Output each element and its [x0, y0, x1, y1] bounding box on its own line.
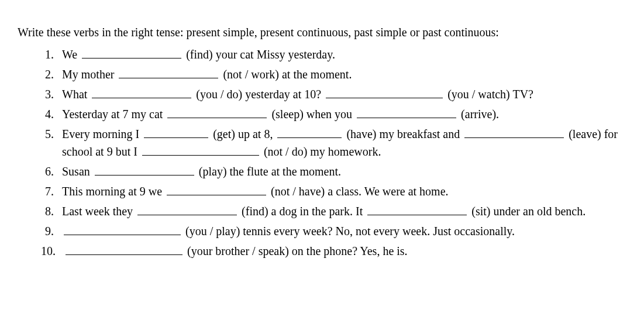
- item-text: Yesterday at 7 my cat: [62, 108, 166, 121]
- item-text: (you / watch) TV?: [445, 88, 533, 101]
- item-number: 4.: [41, 105, 62, 123]
- fill-blank[interactable]: [142, 144, 259, 156]
- exercise-item: 9. (you / play) tennis every week? No, n…: [41, 222, 626, 240]
- item-text: (you / do) yesterday at 10?: [193, 88, 324, 101]
- exercise-item: 5.Every morning I (get) up at 8, (have) …: [41, 125, 626, 160]
- item-content: Every morning I (get) up at 8, (have) my…: [62, 125, 626, 160]
- item-text: Susan: [62, 165, 93, 178]
- item-content: My mother (not / work) at the moment.: [62, 66, 626, 83]
- item-number: 5.: [41, 125, 62, 160]
- item-text: (get) up at 8,: [210, 128, 275, 140]
- exercise-item: 10. (your brother / speak) on the phone?…: [41, 242, 626, 260]
- item-text: (have) my breakfast and: [343, 128, 463, 140]
- item-text: (your brother / speak) on the phone? Yes…: [184, 245, 408, 257]
- fill-blank[interactable]: [357, 106, 456, 118]
- fill-blank[interactable]: [66, 243, 182, 255]
- item-text: (you / play) tennis every week? No, not …: [182, 225, 515, 237]
- fill-blank[interactable]: [167, 106, 267, 118]
- item-text: Every morning I: [62, 128, 142, 140]
- exercise-item: 3.What (you / do) yesterday at 10? (you …: [41, 85, 626, 103]
- item-text: My mother: [62, 68, 117, 81]
- item-content: We (find) your cat Missy yesterday.: [62, 46, 626, 63]
- item-number: 3.: [41, 85, 62, 103]
- fill-blank[interactable]: [167, 184, 266, 195]
- item-text: Last week they: [62, 205, 136, 218]
- item-text: (play) the flute at the moment.: [196, 165, 341, 178]
- item-content: What (you / do) yesterday at 10? (you / …: [62, 85, 626, 103]
- item-text: (sit) under an old bench.: [469, 205, 586, 218]
- fill-blank[interactable]: [137, 204, 237, 215]
- item-text: (sleep) when you: [268, 108, 355, 121]
- item-content: (you / play) tennis every week? No, not …: [62, 222, 626, 240]
- fill-blank[interactable]: [144, 126, 208, 138]
- item-content: (your brother / speak) on the phone? Yes…: [64, 242, 626, 260]
- exercise-item: 4.Yesterday at 7 my cat (sleep) when you…: [41, 105, 626, 123]
- item-text: (arrive).: [458, 108, 499, 121]
- item-number: 9.: [41, 222, 62, 240]
- item-number: 7.: [41, 183, 62, 200]
- item-number: 8.: [41, 202, 62, 220]
- item-text: (find) your cat Missy yesterday.: [183, 48, 335, 61]
- item-number: 2.: [41, 66, 62, 83]
- item-text: (not / have) a class. We were at home.: [268, 185, 448, 198]
- item-content: Susan (play) the flute at the moment.: [62, 163, 626, 180]
- fill-blank[interactable]: [92, 87, 191, 98]
- fill-blank[interactable]: [367, 204, 467, 215]
- exercise-instructions: Write these verbs in the right tense: pr…: [18, 23, 626, 41]
- item-text: (not / do) my homework.: [261, 145, 381, 158]
- item-text: What: [62, 88, 90, 101]
- fill-blank[interactable]: [119, 67, 218, 78]
- exercise-item: 6.Susan (play) the flute at the moment.: [41, 163, 626, 180]
- exercise-list: 1.We (find) your cat Missy yesterday.2.M…: [18, 46, 626, 260]
- exercise-item: 7.This morning at 9 we (not / have) a cl…: [41, 183, 626, 200]
- item-number: 10.: [41, 242, 64, 260]
- item-text: We: [62, 48, 80, 61]
- fill-blank[interactable]: [464, 126, 564, 138]
- item-text: (not / work) at the moment.: [220, 68, 352, 81]
- item-content: Yesterday at 7 my cat (sleep) when you (…: [62, 105, 626, 123]
- item-text: (find) a dog in the park. It: [239, 205, 366, 218]
- fill-blank[interactable]: [82, 47, 181, 58]
- item-number: 6.: [41, 163, 62, 180]
- exercise-item: 8.Last week they (find) a dog in the par…: [41, 202, 626, 220]
- item-text: This morning at 9 we: [62, 185, 165, 198]
- fill-blank[interactable]: [277, 126, 342, 138]
- fill-blank[interactable]: [95, 164, 194, 175]
- fill-blank[interactable]: [326, 87, 443, 98]
- exercise-item: 2.My mother (not / work) at the moment.: [41, 66, 626, 83]
- fill-blank[interactable]: [64, 223, 181, 235]
- exercise-item: 1.We (find) your cat Missy yesterday.: [41, 46, 626, 63]
- item-content: This morning at 9 we (not / have) a clas…: [62, 183, 626, 200]
- item-content: Last week they (find) a dog in the park.…: [62, 202, 626, 220]
- item-number: 1.: [41, 46, 62, 63]
